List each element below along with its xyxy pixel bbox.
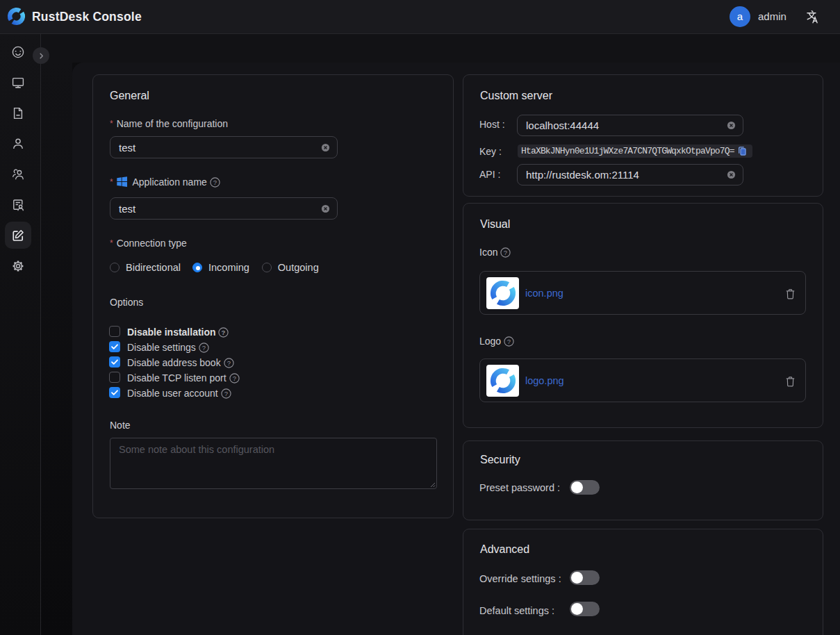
svg-text:?: ?	[222, 329, 226, 336]
svg-text:?: ?	[507, 338, 511, 345]
svg-text:?: ?	[504, 249, 507, 256]
svg-text:?: ?	[232, 374, 236, 382]
svg-text:?: ?	[227, 359, 230, 367]
svg-text:?: ?	[213, 179, 217, 186]
svg-text:?: ?	[202, 344, 206, 352]
svg-text:?: ?	[224, 390, 227, 397]
